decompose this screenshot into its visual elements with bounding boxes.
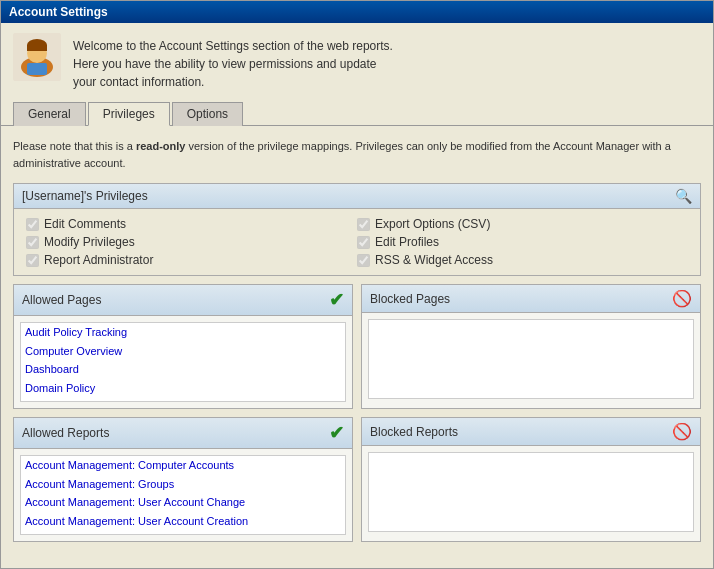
label-edit-comments: Edit Comments: [44, 217, 126, 231]
priv-rss-widget: RSS & Widget Access: [357, 253, 688, 267]
blocked-pages-title: Blocked Pages: [370, 292, 450, 306]
notice-bold: read-only: [136, 140, 186, 152]
label-edit-profiles: Edit Profiles: [375, 235, 439, 249]
list-item: Domain Policy: [21, 379, 345, 398]
checkbox-edit-profiles[interactable]: [357, 236, 370, 249]
allowed-pages-panel: Allowed Pages ✔ Audit Policy Tracking Co…: [13, 284, 353, 409]
account-settings-window: Account Settings We: [0, 0, 714, 569]
allowed-reports-listbox[interactable]: Account Management: Computer Accounts Ac…: [20, 455, 346, 535]
blocked-reports-block-icon: 🚫: [672, 422, 692, 441]
privileges-col1: Edit Comments Modify Privileges Report A…: [26, 217, 357, 267]
privileges-title: [Username]'s Privileges: [22, 189, 148, 203]
blocked-reports-listbox[interactable]: [368, 452, 694, 532]
privileges-header: [Username]'s Privileges 🔍: [14, 184, 700, 209]
welcome-line1: Welcome to the Account Settings section …: [73, 39, 393, 53]
tabs-bar: General Privileges Options: [1, 101, 713, 126]
welcome-line2: Here you have the ability to view permis…: [73, 57, 377, 71]
list-item: Disk Charts: [21, 397, 345, 402]
notice-before: Please note that this is a: [13, 140, 136, 152]
svg-rect-2: [27, 63, 47, 75]
priv-export-options: Export Options (CSV): [357, 217, 688, 231]
avatar: [13, 33, 61, 81]
list-item: Account Management: Computer Accounts: [21, 456, 345, 475]
notice-text: Please note that this is a read-only ver…: [13, 134, 701, 175]
title-bar: Account Settings: [1, 1, 713, 23]
pages-row: Allowed Pages ✔ Audit Policy Tracking Co…: [13, 284, 701, 409]
list-item: Audit Policy Tracking: [21, 323, 345, 342]
main-content: Please note that this is a read-only ver…: [1, 126, 713, 568]
checkbox-report-admin[interactable]: [26, 254, 39, 267]
label-export-options: Export Options (CSV): [375, 217, 490, 231]
checkbox-edit-comments[interactable]: [26, 218, 39, 231]
priv-edit-profiles: Edit Profiles: [357, 235, 688, 249]
list-item: Computer Overview: [21, 342, 345, 361]
label-report-admin: Report Administrator: [44, 253, 153, 267]
reports-row: Allowed Reports ✔ Account Management: Co…: [13, 417, 701, 542]
list-item: Account Management: User Account Creatio…: [21, 512, 345, 531]
allowed-reports-check-icon: ✔: [329, 422, 344, 444]
blocked-pages-panel: Blocked Pages 🚫: [361, 284, 701, 409]
blocked-pages-block-icon: 🚫: [672, 289, 692, 308]
tab-options[interactable]: Options: [172, 102, 243, 126]
blocked-pages-header: Blocked Pages 🚫: [362, 285, 700, 313]
svg-rect-5: [27, 45, 47, 51]
list-item: Account Management: User Account Deleted: [21, 530, 345, 535]
priv-modify-privileges: Modify Privileges: [26, 235, 357, 249]
priv-report-admin: Report Administrator: [26, 253, 357, 267]
blocked-pages-listbox[interactable]: [368, 319, 694, 399]
window-title: Account Settings: [9, 5, 108, 19]
blocked-reports-panel: Blocked Reports 🚫: [361, 417, 701, 542]
header-text: Welcome to the Account Settings section …: [73, 33, 393, 91]
allowed-reports-panel: Allowed Reports ✔ Account Management: Co…: [13, 417, 353, 542]
label-modify-privileges: Modify Privileges: [44, 235, 135, 249]
privileges-col2: Export Options (CSV) Edit Profiles RSS &…: [357, 217, 688, 267]
list-item: Account Management: Groups: [21, 475, 345, 494]
blocked-reports-header: Blocked Reports 🚫: [362, 418, 700, 446]
list-item: Dashboard: [21, 360, 345, 379]
priv-edit-comments: Edit Comments: [26, 217, 357, 231]
checkbox-modify-privileges[interactable]: [26, 236, 39, 249]
allowed-reports-header: Allowed Reports ✔: [14, 418, 352, 449]
privileges-body: Edit Comments Modify Privileges Report A…: [14, 209, 700, 275]
allowed-pages-title: Allowed Pages: [22, 293, 101, 307]
header-section: Welcome to the Account Settings section …: [1, 23, 713, 101]
checkbox-rss-widget[interactable]: [357, 254, 370, 267]
checkbox-export-options[interactable]: [357, 218, 370, 231]
blocked-reports-title: Blocked Reports: [370, 425, 458, 439]
content-area: Welcome to the Account Settings section …: [1, 23, 713, 568]
tab-privileges[interactable]: Privileges: [88, 102, 170, 126]
allowed-pages-check-icon: ✔: [329, 289, 344, 311]
privileges-section: [Username]'s Privileges 🔍 Edit Comments …: [13, 183, 701, 276]
list-item: Account Management: User Account Change: [21, 493, 345, 512]
label-rss-widget: RSS & Widget Access: [375, 253, 493, 267]
welcome-line3: your contact information.: [73, 75, 204, 89]
allowed-pages-listbox[interactable]: Audit Policy Tracking Computer Overview …: [20, 322, 346, 402]
allowed-pages-header: Allowed Pages ✔: [14, 285, 352, 316]
allowed-reports-title: Allowed Reports: [22, 426, 109, 440]
tab-general[interactable]: General: [13, 102, 86, 126]
search-icon[interactable]: 🔍: [675, 188, 692, 204]
